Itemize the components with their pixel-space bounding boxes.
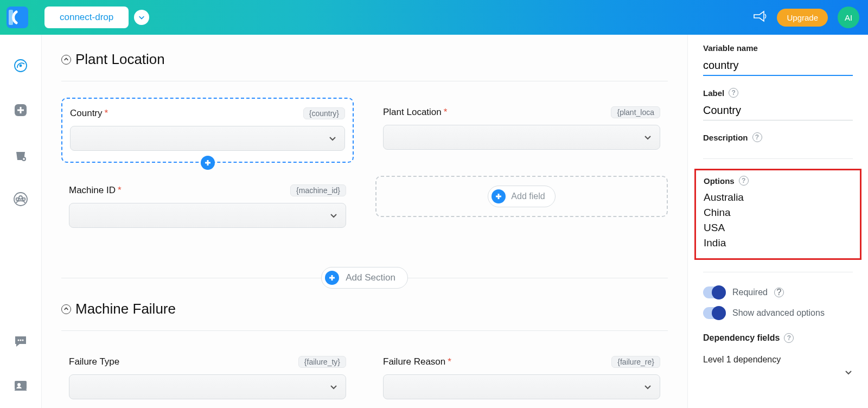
dropdown-input[interactable] [69,374,346,399]
advanced-label: Show advanced options [732,308,825,318]
required-label: Required [732,288,768,297]
app-header: connect-drop Upgrade AI [0,0,868,35]
field-label: Failure Type [69,356,119,367]
required-toggle[interactable] [703,286,726,298]
level1-dependency-label: Level 1 dependency [703,346,853,365]
field-label: Country* [70,108,108,119]
description-label: Description? [703,132,853,142]
option-item[interactable]: India [704,235,852,251]
sidebar-item-add-icon[interactable] [11,101,30,119]
user-avatar[interactable]: AI [838,7,859,28]
field-machine-id[interactable]: Machine ID* {machine_id} [61,176,354,239]
required-toggle-row: Required ? [703,282,853,303]
section-header[interactable]: Plant Location [61,51,668,81]
add-field-label: Add field [511,192,545,201]
label-field-label: Label? [703,88,853,98]
field-failure-type[interactable]: Failure Type {failure_ty} [61,347,354,408]
section-machine-failure: Machine Failure Failure Type {failure_ty… [61,290,668,408]
collapse-icon[interactable] [61,55,71,65]
options-label: Options? [704,176,852,186]
project-dropdown-toggle[interactable] [134,10,149,25]
advanced-toggle[interactable] [703,307,726,319]
options-list[interactable]: Australia China USA India [704,190,852,251]
variable-chip: {plant_loca [611,106,660,118]
variable-chip: {machine_id} [290,184,346,196]
sidebar-item-dashboard-icon[interactable] [11,56,30,75]
section-title: Plant Location [75,51,165,68]
help-icon[interactable]: ? [774,288,784,297]
add-field-dropzone[interactable]: Add field [375,176,668,217]
help-icon[interactable]: ? [784,333,794,343]
collapse-icon[interactable] [61,304,71,314]
svg-point-14 [22,340,24,341]
plus-icon [492,189,506,203]
field-failure-reason[interactable]: Failure Reason* {failure_re} [375,347,668,408]
form-canvas: Plant Location Country* {country} Plant … [41,35,688,408]
field-label: Failure Reason* [383,356,451,367]
dropdown-input[interactable] [383,374,660,399]
plus-icon [201,156,215,170]
svg-point-10 [16,198,19,201]
properties-panel: Variable name Label? Description? Option… [688,35,868,408]
svg-rect-17 [15,390,27,391]
sidebar-item-account-icon[interactable] [11,377,30,395]
dependency-fields-label: Dependency fields? [703,323,853,346]
section-title: Machine Failure [75,301,176,317]
svg-point-9 [19,196,22,199]
svg-point-12 [18,340,20,341]
help-icon[interactable]: ? [752,132,762,142]
option-item[interactable]: Australia [704,190,852,205]
add-below-button[interactable] [201,156,215,170]
section-divider: Add Section [61,270,668,285]
label-input[interactable] [703,101,853,120]
section-plant-location: Plant Location Country* {country} Plant … [61,40,668,257]
variable-chip: {country} [303,107,345,119]
project-selector-button[interactable]: connect-drop [44,7,129,28]
variable-chip: {failure_ty} [298,356,346,368]
sidebar-item-chat-icon[interactable] [11,332,30,350]
sidebar-item-shop-icon[interactable] [11,145,30,164]
advanced-toggle-row: Show advanced options [703,303,853,323]
options-highlight-box: Options? Australia China USA India [694,169,861,260]
field-country[interactable]: Country* {country} [61,98,354,163]
add-field-button[interactable]: Add field [488,186,555,207]
svg-rect-6 [17,110,24,111]
help-icon[interactable]: ? [739,176,749,186]
announcements-icon[interactable] [752,9,767,26]
svg-point-13 [20,340,22,341]
field-label: Plant Location* [383,107,447,118]
svg-point-16 [17,383,21,386]
left-sidebar [0,35,41,408]
upgrade-button[interactable]: Upgrade [777,9,828,27]
level1-dependency-select[interactable] [703,369,853,375]
add-section-button[interactable]: Add Section [321,267,408,289]
add-section-label: Add Section [346,272,395,283]
dropdown-input[interactable] [383,125,660,150]
variable-chip: {failure_re} [611,356,660,368]
dropdown-input[interactable] [70,126,345,151]
dropdown-input[interactable] [69,203,346,228]
variable-name-label: Variable name [703,43,853,53]
svg-point-11 [23,198,25,201]
section-header[interactable]: Machine Failure [61,301,668,331]
field-plant-location[interactable]: Plant Location* {plant_loca [375,98,668,163]
field-label: Machine ID* [69,185,122,196]
variable-name-input[interactable] [703,56,853,76]
app-logo[interactable] [0,0,35,35]
svg-point-3 [20,65,22,67]
plus-icon [325,271,339,285]
sidebar-item-team-icon[interactable] [11,190,30,208]
option-item[interactable]: USA [704,220,852,235]
option-item[interactable]: China [704,205,852,220]
help-icon[interactable]: ? [729,88,738,98]
